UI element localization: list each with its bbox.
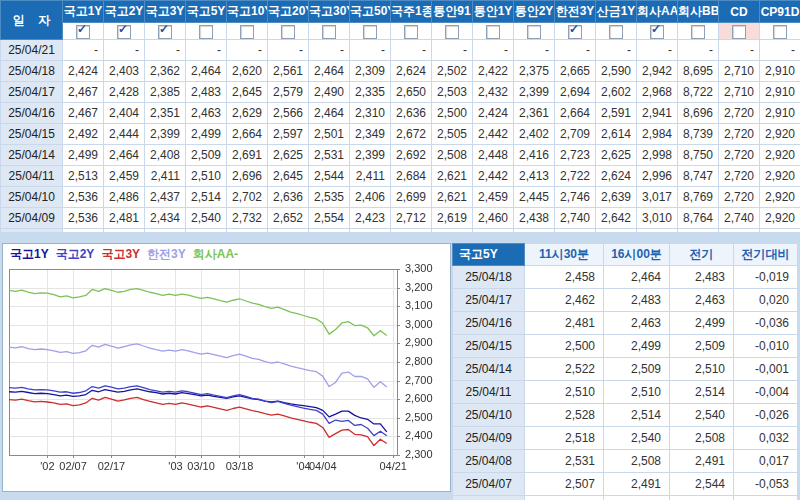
rate-cell: 2,625 (596, 145, 637, 166)
rate-cell: 2,639 (596, 187, 637, 208)
rate-cell: 2,442 (473, 124, 514, 145)
rate-cell: 2,424 (473, 103, 514, 124)
table-row: 25/04/142,5222,5092,510-0,001 (453, 358, 798, 381)
column-header-CD[interactable]: CD (719, 1, 760, 23)
legend-item-회사AA-[interactable]: 회사AA- (193, 247, 238, 261)
detail-column-header[interactable]: 16시00분 (604, 244, 670, 266)
series-checkbox-회사BBB-[interactable] (691, 25, 705, 39)
series-checkbox-CD[interactable] (732, 25, 746, 39)
row-date: 25/04/09 (453, 427, 525, 450)
empty-cell (145, 229, 186, 233)
column-header-국고1Y[interactable]: 국고1Y (63, 1, 104, 23)
rate-cell: - (186, 40, 227, 61)
table-row: 25/04/162,4672,4042,3512,4632,6292,5662,… (1, 103, 800, 124)
detail-value-cell: 2,509 (604, 358, 670, 381)
detail-value-cell: 2,508 (604, 450, 670, 473)
rate-cell: 2,621 (432, 166, 473, 187)
column-header-산금1Y[interactable]: 산금1Y (596, 1, 637, 23)
rate-cell: 2,399 (145, 124, 186, 145)
change-vs-previous-cell: 0,032 (734, 427, 798, 450)
row-date: 25/04/17 (453, 289, 525, 312)
detail-value-cell: 2,491 (670, 450, 734, 473)
row-date: 25/04/10 (1, 187, 63, 208)
empty-cell (63, 229, 104, 233)
column-header-국고20Y[interactable]: 국고20Y (268, 1, 309, 23)
rate-cell: 2,442 (473, 166, 514, 187)
rate-cell: 2,684 (391, 166, 432, 187)
series-checkbox-국고50Y[interactable] (363, 25, 377, 39)
legend-item-국고3Y[interactable]: 국고3Y (101, 247, 140, 261)
detail-column-header[interactable]: 11시30분 (525, 244, 604, 266)
rate-cell: 2,508 (432, 145, 473, 166)
detail-value-cell: 2,514 (604, 404, 670, 427)
column-header-국고3Y[interactable]: 국고3Y (145, 1, 186, 23)
series-checkbox-국고1Y[interactable]: ✓ (76, 25, 90, 39)
column-header-통안91[interactable]: 통안91 (432, 1, 473, 23)
column-header-CP91D[interactable]: CP91D (760, 1, 800, 23)
legend-item-국고1Y[interactable]: 국고1Y (10, 247, 49, 261)
rate-cell: 2,620 (227, 61, 268, 82)
series-checkbox-국고2Y[interactable]: ✓ (117, 25, 131, 39)
rate-cell: 2,481 (104, 208, 145, 229)
checkbox-cell (309, 23, 350, 40)
row-date: 25/04/17 (1, 82, 63, 103)
detail-value-cell: 2,522 (525, 358, 604, 381)
date-column-header[interactable]: 일 자 (1, 1, 63, 40)
detail-column-header[interactable]: 전기 (670, 244, 734, 266)
column-header-국고2Y[interactable]: 국고2Y (104, 1, 145, 23)
column-header-국고30Y[interactable]: 국고30Y (309, 1, 350, 23)
column-header-통안2Y[interactable]: 통안2Y (514, 1, 555, 23)
rate-cell: 2,408 (145, 145, 186, 166)
rate-cell: 2,510 (186, 166, 227, 187)
column-header-회사AA-[interactable]: 회사AA- (637, 1, 678, 23)
column-header-국고10Y[interactable]: 국고10Y (227, 1, 268, 23)
legend-item-한전3Y[interactable]: 한전3Y (147, 247, 186, 261)
series-checkbox-국주1종[interactable] (404, 25, 418, 39)
series-checkbox-CP91D[interactable] (773, 25, 787, 39)
rate-cell: - (227, 40, 268, 61)
checkbox-cell (760, 23, 800, 40)
series-checkbox-통안1Y[interactable] (486, 25, 500, 39)
series-checkbox-회사AA-[interactable]: ✓ (650, 25, 664, 39)
rate-cell: 2,672 (391, 124, 432, 145)
rate-cell: 8,695 (678, 61, 719, 82)
column-header-국주1종[interactable]: 국주1종 (391, 1, 432, 23)
table-row: 25/04/072,5072,4912,544-0,053 (453, 473, 798, 496)
empty-cell (309, 229, 350, 233)
empty-cell (1, 229, 63, 233)
series-checkbox-국고10Y[interactable] (240, 25, 254, 39)
detail-column-header[interactable]: 전기대비 (734, 244, 798, 266)
legend-item-국고2Y[interactable]: 국고2Y (56, 247, 95, 261)
rates-line-chart (3, 260, 450, 490)
rate-cell: 2,501 (309, 124, 350, 145)
series-checkbox-통안91[interactable] (445, 25, 459, 39)
column-header-통안1Y[interactable]: 통안1Y (473, 1, 514, 23)
series-checkbox-산금1Y[interactable] (609, 25, 623, 39)
rate-cell: - (268, 40, 309, 61)
empty-cell (268, 229, 309, 233)
row-date: 25/04/11 (453, 381, 525, 404)
series-checkbox-통안2Y[interactable] (527, 25, 541, 39)
rate-cell: 2,920 (760, 208, 800, 229)
series-checkbox-국고20Y[interactable] (281, 25, 295, 39)
detail-series-header[interactable]: 국고5Y (453, 244, 525, 266)
series-checkbox-한전3Y[interactable]: ✓ (568, 25, 582, 39)
rate-cell: 2,463 (186, 103, 227, 124)
series-checkbox-국고3Y[interactable]: ✓ (158, 25, 172, 39)
column-header-회사BBB-[interactable]: 회사BBB- (678, 1, 719, 23)
series-checkbox-국고5Y[interactable] (199, 25, 213, 39)
series-checkbox-국고30Y[interactable] (322, 25, 336, 39)
change-vs-previous-cell: -0,010 (734, 335, 798, 358)
empty-cell (760, 229, 800, 233)
empty-cell (719, 229, 760, 233)
rate-cell: 2,540 (186, 208, 227, 229)
rate-cell: 2,434 (145, 208, 186, 229)
detail-value-cell: 2,510 (604, 381, 670, 404)
rate-cell: 2,404 (104, 103, 145, 124)
empty-cell (678, 229, 719, 233)
column-header-국고5Y[interactable]: 국고5Y (186, 1, 227, 23)
column-header-한전3Y[interactable]: 한전3Y (555, 1, 596, 23)
rate-cell: 2,467 (63, 103, 104, 124)
rate-cell: 2,692 (391, 145, 432, 166)
column-header-국고50Y[interactable]: 국고50Y (350, 1, 391, 23)
